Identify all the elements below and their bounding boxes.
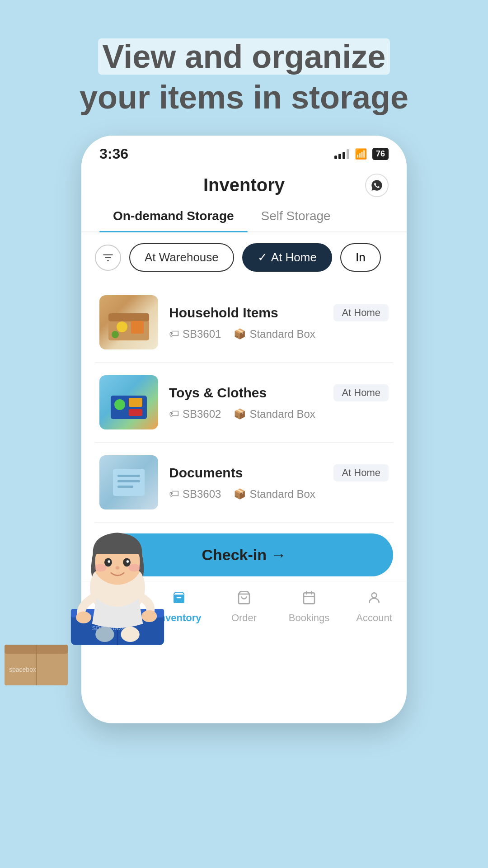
tag-icon-2: 🏷 bbox=[169, 408, 179, 420]
phone-wrapper: spacebox bbox=[81, 136, 407, 723]
order-nav-label: Order bbox=[231, 612, 257, 624]
tag-icon-1: 🏷 bbox=[169, 328, 179, 340]
item-meta-2: 🏷 SB3602 📦 Standard Box bbox=[169, 408, 389, 420]
svg-rect-28 bbox=[129, 398, 142, 407]
tab-on-demand[interactable]: On-demand Storage bbox=[99, 201, 248, 231]
svg-rect-22 bbox=[108, 313, 149, 321]
item-code-2: 🏷 SB3602 bbox=[169, 408, 221, 420]
item-meta-1: 🏷 SB3601 📦 Standard Box bbox=[169, 328, 389, 340]
item-info-3: Documents At Home 🏷 SB3603 📦 Standard Bo… bbox=[169, 464, 389, 500]
item-thumbnail-2 bbox=[99, 375, 158, 429]
item-boxtype-1: 📦 Standard Box bbox=[234, 328, 315, 340]
order-nav-icon bbox=[237, 590, 251, 609]
home-nav-icon bbox=[107, 590, 121, 609]
item-boxtype-2: 📦 Standard Box bbox=[234, 408, 315, 420]
svg-text:spacebox: spacebox bbox=[9, 666, 36, 673]
svg-rect-37 bbox=[304, 593, 314, 604]
svg-point-41 bbox=[372, 593, 377, 598]
status-time: 3:36 bbox=[99, 146, 128, 162]
account-nav-icon bbox=[367, 590, 381, 609]
box-icon-1: 📦 bbox=[234, 328, 246, 340]
nav-item-account[interactable]: Account bbox=[347, 590, 401, 624]
phone-frame: 3:36 📶 76 Inventory On-demand Storage bbox=[81, 136, 407, 723]
item-info-2: Toys & Clothes At Home 🏷 SB3602 📦 Standa… bbox=[169, 384, 389, 420]
nav-item-home[interactable]: Home bbox=[87, 590, 141, 624]
item-status-1: At Home bbox=[333, 304, 389, 321]
box-icon-2: 📦 bbox=[234, 408, 246, 420]
bookings-nav-icon bbox=[302, 590, 316, 609]
item-code-3: 🏷 SB3603 bbox=[169, 488, 221, 500]
nav-item-order[interactable]: Order bbox=[217, 590, 271, 624]
box-icon-3: 📦 bbox=[234, 488, 246, 500]
filter-warehouse-button[interactable]: At Warehouse bbox=[129, 243, 234, 272]
inventory-nav-label: Inventory bbox=[156, 612, 201, 624]
svg-rect-29 bbox=[129, 409, 142, 416]
bookings-nav-label: Bookings bbox=[289, 612, 330, 624]
status-icons: 📶 76 bbox=[334, 148, 389, 160]
svg-rect-32 bbox=[117, 480, 140, 482]
item-name-2: Toys & Clothes bbox=[169, 385, 267, 401]
inventory-item-3[interactable]: Documents At Home 🏷 SB3603 📦 Standard Bo… bbox=[95, 443, 393, 523]
filter-in-button[interactable]: In bbox=[340, 243, 381, 272]
item-status-3: At Home bbox=[333, 464, 389, 481]
wifi-icon: 📶 bbox=[355, 148, 367, 160]
battery-indicator: 76 bbox=[372, 148, 389, 160]
item-boxtype-3: 📦 Standard Box bbox=[234, 488, 315, 500]
svg-point-23 bbox=[117, 321, 127, 332]
nav-item-bookings[interactable]: Bookings bbox=[282, 590, 336, 624]
checkin-area: Check-in → bbox=[81, 523, 407, 581]
inventory-nav-icon bbox=[172, 590, 186, 609]
inventory-list: Household Items At Home 🏷 SB3601 📦 Stand… bbox=[81, 283, 407, 523]
item-thumbnail-1 bbox=[99, 295, 158, 349]
svg-point-25 bbox=[112, 331, 119, 338]
bottom-nav: Home Inventory bbox=[81, 581, 407, 637]
status-bar: 3:36 📶 76 bbox=[81, 136, 407, 167]
inventory-item-1[interactable]: Household Items At Home 🏷 SB3601 📦 Stand… bbox=[95, 283, 393, 363]
account-nav-label: Account bbox=[356, 612, 392, 624]
whatsapp-button[interactable] bbox=[365, 174, 389, 197]
nav-item-inventory[interactable]: Inventory bbox=[152, 590, 206, 624]
page-title: Inventory bbox=[203, 175, 285, 195]
inventory-item-2[interactable]: Toys & Clothes At Home 🏷 SB3602 📦 Standa… bbox=[95, 363, 393, 443]
item-thumbnail-3 bbox=[99, 455, 158, 509]
home-nav-label: Home bbox=[101, 612, 127, 624]
svg-rect-34 bbox=[174, 594, 184, 603]
hero-line1: View and organize bbox=[98, 38, 390, 75]
item-info-1: Household Items At Home 🏷 SB3601 📦 Stand… bbox=[169, 304, 389, 340]
svg-point-27 bbox=[114, 399, 125, 410]
item-code-1: 🏷 SB3601 bbox=[169, 328, 221, 340]
hero-section: View and organize your items in storage bbox=[52, 0, 436, 136]
app-header: Inventory bbox=[81, 167, 407, 201]
filter-icon-button[interactable] bbox=[95, 245, 121, 271]
item-meta-3: 🏷 SB3603 📦 Standard Box bbox=[169, 488, 389, 500]
filter-home-button[interactable]: ✓At Home bbox=[242, 243, 332, 272]
svg-rect-31 bbox=[117, 475, 140, 477]
hero-line2: your items in storage bbox=[80, 79, 408, 115]
tab-self-storage[interactable]: Self Storage bbox=[248, 201, 344, 231]
svg-rect-24 bbox=[131, 321, 144, 334]
storage-tabs: On-demand Storage Self Storage bbox=[81, 201, 407, 232]
checkin-button[interactable]: Check-in → bbox=[95, 533, 393, 576]
filter-bar: At Warehouse ✓At Home In bbox=[81, 232, 407, 283]
item-name-3: Documents bbox=[169, 465, 243, 481]
signal-icon bbox=[334, 149, 349, 159]
item-name-1: Household Items bbox=[169, 305, 278, 321]
svg-rect-33 bbox=[117, 486, 133, 488]
item-status-2: At Home bbox=[333, 384, 389, 401]
tag-icon-3: 🏷 bbox=[169, 488, 179, 500]
